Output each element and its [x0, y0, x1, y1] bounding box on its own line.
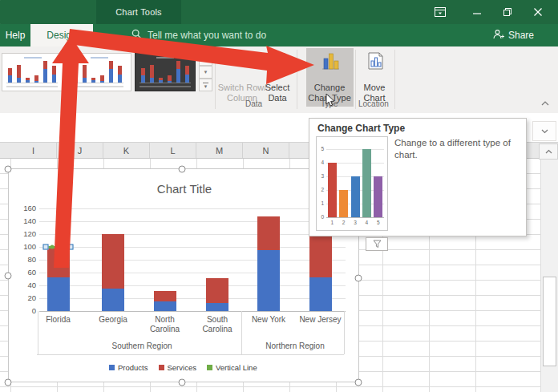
- chart-handle-bottom-right[interactable]: [355, 379, 362, 386]
- legend-swatch: [159, 365, 164, 370]
- legend-label: Products: [118, 363, 148, 372]
- tell-me-search[interactable]: Tell me what you want to do: [131, 24, 266, 46]
- thumb-bar-services: [150, 65, 154, 77]
- ribbon: ▲ ▼ ▼ Switch Row/ Column Select Data: [0, 46, 558, 114]
- datapoint-handle-right[interactable]: [68, 244, 74, 250]
- gallery-more-icon: ▼: [203, 83, 208, 88]
- contextual-tab-group-label: Chart Tools: [96, 0, 181, 24]
- tooltip-title: Change Chart Type: [317, 123, 405, 134]
- title-bar: Chart Tools: [0, 0, 558, 24]
- ribbon-display-options-button[interactable]: [430, 3, 451, 21]
- bar-services-2: [154, 291, 176, 301]
- thumb-bar-products: [141, 75, 145, 83]
- chart-handle-middle-left[interactable]: [5, 273, 12, 280]
- y-axis-tick-label: 0: [14, 306, 36, 315]
- chart-handle-bottom-left[interactable]: [5, 379, 12, 386]
- column-header-M[interactable]: M: [196, 143, 243, 158]
- restore-button[interactable]: [497, 3, 518, 21]
- chart-gridline: [39, 247, 346, 248]
- chart-filters-button[interactable]: [366, 237, 388, 251]
- legend-swatch: [207, 365, 212, 370]
- region-label-southern: Southern Region: [86, 341, 198, 350]
- tell-me-placeholder: Tell me what you want to do: [148, 30, 266, 41]
- chart-style-thumbnail-3[interactable]: [135, 53, 196, 91]
- thumb-label-stripe: [140, 86, 191, 87]
- mini-x-tick: 5: [374, 220, 383, 225]
- chart-handle-middle-right[interactable]: [355, 275, 362, 282]
- chart-gridline: [39, 285, 346, 286]
- bar-services-0: [47, 247, 70, 277]
- thumb-label-stripe: [72, 86, 123, 87]
- gallery-scroll-up-button[interactable]: ▲: [199, 53, 212, 66]
- thumb-bar-products: [52, 75, 56, 83]
- thumb-bar-products: [176, 69, 180, 83]
- mini-bar-2: [339, 190, 348, 217]
- chart-gridline: [39, 221, 346, 222]
- thumb-bar-products: [118, 75, 122, 83]
- change-chart-type-tooltip: Change Chart Type 01234512345 Change to …: [309, 118, 527, 236]
- column-header-I[interactable]: I: [10, 143, 57, 158]
- mini-bar-5: [374, 176, 382, 217]
- thumb-bar-services: [168, 75, 172, 81]
- bar-products-4: [257, 250, 280, 311]
- mini-x-tick: 3: [350, 220, 360, 225]
- close-button[interactable]: [528, 3, 548, 21]
- mini-y-tick: 1: [317, 200, 324, 206]
- mini-x-tick: 1: [327, 220, 337, 225]
- thumb-axis: [6, 83, 58, 83]
- mini-y-tick: 4: [317, 160, 324, 165]
- funnel-icon: [373, 237, 382, 252]
- switch-row-column-icon: [232, 51, 252, 72]
- share-button[interactable]: Share: [492, 24, 534, 46]
- category-label: North Carolina: [140, 315, 190, 334]
- minimize-icon: [472, 7, 482, 17]
- column-header-K[interactable]: K: [103, 143, 150, 158]
- chart-style-thumbnail-1[interactable]: [2, 53, 64, 91]
- gallery-scroll-down-button[interactable]: ▼: [199, 66, 212, 79]
- thumb-label-stripe: [6, 86, 58, 87]
- gallery-more-button[interactable]: ▼: [199, 79, 212, 91]
- thumb-bar-services: [109, 61, 113, 69]
- thumb-bar-services: [74, 68, 78, 75]
- share-person-icon: [492, 29, 504, 42]
- thumb-axis: [72, 83, 123, 83]
- chart-handle-bottom-center[interactable]: [179, 379, 186, 386]
- legend-item-products: Products: [109, 363, 148, 372]
- legend-swatch: [109, 365, 115, 370]
- column-header-L[interactable]: L: [150, 143, 196, 158]
- column-header-J[interactable]: J: [57, 143, 103, 158]
- thumb-bar-products: [43, 69, 47, 83]
- minimize-button[interactable]: [467, 3, 487, 21]
- tooltip-body: Change to a different type of chart.: [394, 137, 521, 161]
- chart-handle-top-center[interactable]: [179, 166, 186, 173]
- thumb-bar-products: [185, 75, 189, 83]
- collapse-ribbon-button[interactable]: [537, 97, 553, 110]
- tab-design[interactable]: Design: [30, 24, 93, 46]
- tooltip-chart-preview: 01234512345: [316, 136, 388, 231]
- scroll-up-button[interactable]: [539, 143, 558, 160]
- move-chart-icon: [366, 51, 385, 74]
- bar-services-1: [102, 234, 124, 289]
- group-label-location: Location: [358, 99, 389, 108]
- thumb-bar-services: [100, 75, 104, 81]
- datapoint-handle-left[interactable]: [43, 244, 49, 250]
- mini-x-tick: 2: [339, 220, 349, 225]
- mini-bar-4: [362, 149, 371, 217]
- change-chart-type-icon: [321, 51, 340, 74]
- bar-products-3: [206, 303, 228, 311]
- tab-help[interactable]: Help: [0, 24, 30, 46]
- bar-products-2: [154, 301, 176, 311]
- mini-axis-line: [326, 217, 384, 218]
- vertical-scrollbar-thumb[interactable]: [543, 277, 556, 366]
- chart-style-thumbnail-2[interactable]: [67, 53, 131, 91]
- x-axis-line: [39, 311, 346, 312]
- formula-bar-expand-button[interactable]: [532, 121, 556, 141]
- thumb-bar-services: [17, 65, 21, 77]
- chart-gridline: [39, 298, 346, 299]
- embedded-chart[interactable]: Chart Title 020406080100120140160Florida…: [8, 168, 359, 382]
- group-label-type: Type: [321, 99, 338, 108]
- legend-item-services: Services: [159, 363, 196, 372]
- excel-window: Chart Tools Help Design Tell m: [0, 0, 558, 392]
- column-header-N[interactable]: N: [243, 143, 289, 158]
- chart-handle-top-left[interactable]: [5, 166, 12, 173]
